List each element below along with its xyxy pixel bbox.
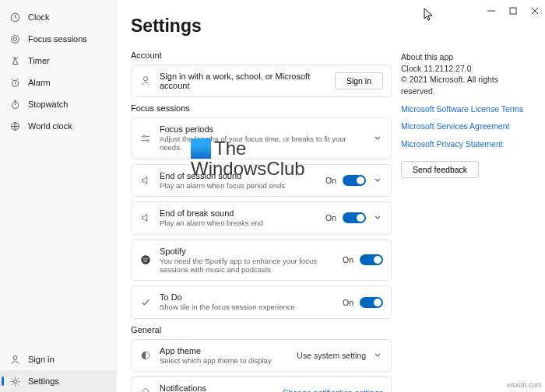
card-sub: You need the Spotify app to enhance your… — [160, 257, 335, 275]
main-content: Settings Account Sign in with a work, sc… — [117, 0, 545, 392]
card-title: Focus periods — [160, 124, 364, 134]
sidebar-label: World clock — [28, 121, 72, 131]
toggle-state: On — [325, 213, 336, 222]
sidebar-label: Focus sessions — [28, 34, 87, 44]
toggle-state: On — [343, 298, 353, 307]
sidebar-label: Timer — [28, 56, 50, 65]
card-title: End of break sound — [160, 208, 318, 218]
card-signin: Sign in with a work, school, or Microsof… — [131, 65, 392, 97]
maximize-button[interactable] — [509, 7, 517, 15]
card-end-break-sound: End of break sound Play an alarm when br… — [131, 201, 392, 234]
svg-point-12 — [143, 77, 147, 81]
sidebar-label: Sign in — [28, 355, 54, 364]
card-end-session-sound: End of session sound Play an alarm when … — [131, 164, 392, 197]
spotify-icon — [139, 254, 152, 266]
alarm-icon — [9, 77, 20, 88]
card-sub: Show tile in the focus session experienc… — [160, 303, 335, 311]
card-sub: Adjust the lengths of your focus time, o… — [160, 135, 364, 152]
close-button[interactable] — [531, 7, 539, 15]
about-link-services[interactable]: Microsoft Services Agreement — [401, 121, 529, 132]
card-notifications: Notifications Modify your notification s… — [131, 376, 392, 392]
about-link-license[interactable]: Microsoft Software License Terms — [401, 103, 529, 115]
focus-icon — [9, 33, 20, 44]
signin-text: Sign in with a work, school, or Microsof… — [160, 72, 327, 90]
svg-point-6 — [13, 37, 16, 40]
sliders-icon — [139, 132, 152, 145]
sidebar-label: Settings — [28, 376, 59, 386]
sidebar-item-stopwatch[interactable]: Stopwatch — [0, 93, 116, 115]
minimize-button[interactable] — [487, 7, 495, 15]
stopwatch-icon — [9, 99, 20, 110]
section-label-account: Account — [131, 51, 392, 60]
card-sub: Select which app theme to display — [160, 356, 289, 365]
sidebar: Clock Focus sessions Timer Alarm Stopwat… — [0, 0, 117, 392]
card-title: Notifications — [160, 383, 275, 392]
about-link-privacy[interactable]: Microsoft Privacy Statement — [401, 138, 529, 150]
corner-credit: wsxdn.com — [507, 381, 542, 389]
person-icon — [139, 75, 152, 87]
svg-point-13 — [143, 135, 146, 138]
globe-icon — [9, 121, 20, 131]
sidebar-item-signin[interactable]: Sign in — [0, 348, 116, 370]
card-sub: Play an alarm when breaks end — [160, 219, 318, 227]
send-feedback-button[interactable]: Send feedback — [401, 161, 479, 178]
sidebar-item-timer[interactable]: Timer — [0, 50, 116, 72]
section-label-focus: Focus sessions — [131, 103, 392, 113]
timer-icon — [9, 55, 20, 66]
sidebar-item-worldclock[interactable]: World clock — [0, 115, 116, 137]
card-app-theme[interactable]: App theme Select which app theme to disp… — [131, 339, 392, 372]
signin-button[interactable]: Sign in — [335, 72, 383, 89]
sidebar-item-focus[interactable]: Focus sessions — [0, 28, 116, 50]
svg-point-11 — [13, 380, 16, 383]
section-label-general: General — [131, 325, 392, 334]
about-copyright: © 2021 Microsoft. All rights reserved. — [401, 74, 529, 96]
card-title: To Do — [160, 292, 335, 302]
card-todo: To Do Show tile in the focus session exp… — [131, 285, 392, 318]
sidebar-label: Stopwatch — [28, 100, 68, 109]
card-spotify: Spotify You need the Spotify app to enha… — [131, 240, 392, 282]
svg-rect-1 — [510, 8, 516, 14]
about-panel: About this app Clock 11.2112.27.0 © 2021… — [401, 16, 529, 384]
toggle-end-break[interactable] — [343, 212, 366, 223]
chevron-down-icon[interactable] — [372, 175, 383, 186]
svg-point-5 — [11, 35, 19, 43]
theme-icon — [139, 349, 152, 362]
chevron-down-icon[interactable] — [372, 212, 383, 223]
sidebar-item-alarm[interactable]: Alarm — [0, 72, 116, 93]
chevron-down-icon — [372, 133, 383, 144]
sidebar-item-settings[interactable]: Settings — [0, 370, 116, 392]
card-focus-periods[interactable]: Focus periods Adjust the lengths of your… — [131, 117, 392, 159]
theme-value: Use system setting — [297, 351, 366, 360]
sidebar-label: Alarm — [28, 78, 51, 87]
svg-point-14 — [146, 139, 149, 142]
toggle-state: On — [343, 255, 353, 264]
gear-icon — [9, 376, 20, 387]
toggle-todo[interactable] — [360, 297, 383, 308]
toggle-end-session[interactable] — [343, 175, 366, 186]
todo-icon — [139, 296, 152, 309]
change-notification-link[interactable]: Change notification settings — [283, 388, 383, 392]
toggle-spotify[interactable] — [360, 254, 383, 265]
sound-icon — [139, 212, 152, 224]
about-heading: About this app — [401, 51, 529, 63]
person-icon — [9, 354, 20, 365]
sound-icon — [139, 174, 152, 187]
svg-point-10 — [13, 355, 17, 359]
card-sub: Play an alarm when focus period ends — [160, 181, 318, 190]
card-title: End of session sound — [160, 171, 318, 180]
bell-icon — [139, 387, 152, 392]
toggle-state: On — [325, 176, 336, 185]
card-title: App theme — [160, 346, 289, 355]
card-title: Spotify — [160, 247, 335, 256]
chevron-down-icon[interactable] — [372, 350, 383, 361]
about-version: Clock 11.2112.27.0 — [401, 63, 529, 75]
